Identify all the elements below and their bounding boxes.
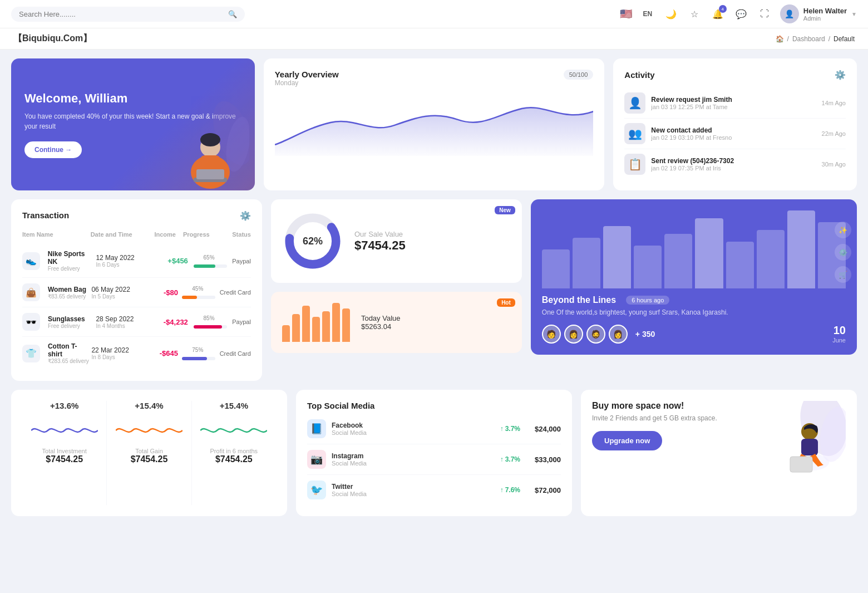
table-row: 👜 Women Bag ₹83.65 delivery 06 May 2022 …: [22, 278, 251, 307]
progress-cell: 85%: [188, 313, 232, 330]
bcol-7: [726, 242, 754, 288]
income-cell: -$645: [144, 349, 178, 357]
bookmark-icon[interactable]: ☆: [687, 6, 702, 22]
breadcrumb-default: Default: [834, 35, 855, 43]
list-item: 📷 Instagram Social Media ↑3.7% $33,000: [307, 444, 561, 475]
date-cell: 12 May 2022 In 6 Days: [96, 254, 151, 268]
upgrade-button[interactable]: Upgrade now: [592, 431, 662, 450]
table-row: 🕶️ Sunglasses Free delivery 28 Sep 2022 …: [22, 307, 251, 337]
activity-avatar: 📋: [624, 154, 645, 175]
svg-rect-7: [196, 169, 224, 179]
days-value: In 8 Days: [91, 354, 143, 360]
bar-6: [332, 303, 340, 342]
activity-text: Review request jim Smith jan 03 19 12:25…: [651, 96, 816, 110]
activity-card: Activity ⚙️ 👤 Review request jim Smith j…: [613, 58, 857, 190]
user-profile[interactable]: 👤 Helen Walter Admin ▼: [780, 4, 857, 23]
beyond-avatar-3: 🧔: [586, 325, 605, 344]
date-cell: 22 Mar 2022 In 8 Days: [91, 346, 143, 360]
social-type: Social Media: [332, 429, 495, 436]
col-status-header: Status: [217, 231, 251, 238]
messages-icon[interactable]: 💬: [733, 6, 749, 22]
social-amount: $33,000: [535, 455, 561, 464]
item-icon: 👟: [22, 252, 40, 270]
activity-time: 22m Ago: [822, 130, 846, 137]
stat-investment-label: Total Investment: [28, 448, 101, 454]
bcol-8: [757, 230, 785, 288]
yearly-chart: [275, 95, 594, 156]
today-bar-chart: [282, 303, 350, 342]
item-sub: Free delivery: [48, 323, 85, 329]
home-icon[interactable]: 🏠: [776, 35, 784, 43]
side-icons: ✨ ⚙️ 🛒: [835, 222, 851, 283]
today-value: $5263.04: [361, 322, 401, 331]
item-info: Sunglasses Free delivery: [48, 315, 85, 329]
col-date-header: Date and Time: [91, 231, 142, 238]
yearly-badge: 50/100: [564, 70, 594, 80]
activity-settings-icon[interactable]: ⚙️: [835, 70, 846, 80]
fullscreen-icon[interactable]: ⛶: [757, 6, 772, 22]
item-name: Sunglasses: [48, 315, 85, 323]
breadcrumb: 🏠 / Dashboard / Default: [776, 35, 855, 43]
bcol-3: [603, 226, 631, 288]
beyond-title: Beyond the Lines: [542, 295, 616, 305]
search-icon: 🔍: [228, 10, 237, 18]
continue-button[interactable]: Continue →: [24, 141, 82, 158]
notifications-icon[interactable]: 🔔 4: [710, 6, 726, 22]
side-icon-3[interactable]: 🛒: [835, 266, 851, 283]
col-item-header: Item Name: [22, 231, 91, 238]
social-amount: $24,000: [535, 425, 561, 433]
stat-gain-pct: +15.4%: [112, 401, 185, 410]
social-pct: ↑7.6%: [500, 486, 520, 494]
activity-name: New contact added: [651, 126, 816, 134]
stat-investment: +13.6% Total Investment $7454.25: [22, 401, 107, 505]
item-sub: Free delivery: [48, 266, 96, 272]
stat-profit-value: $7454.25: [198, 454, 270, 464]
item-name: Women Bag: [48, 286, 86, 293]
search-input[interactable]: [19, 10, 224, 18]
side-icon-2[interactable]: ⚙️: [835, 244, 851, 261]
social-type: Social Media: [332, 491, 495, 497]
stat-gain: +15.4% Total Gain $7454.25: [107, 401, 191, 505]
status-cell: Credit Card: [220, 350, 251, 357]
side-icon-1[interactable]: ✨: [835, 222, 851, 238]
bcol-4: [634, 246, 662, 288]
bcol-6: [695, 218, 723, 288]
col-progress-header: Progress: [176, 231, 217, 238]
bar-2: [292, 314, 300, 342]
social-icon: 📘: [307, 419, 326, 438]
buy-sub: Invite 2 Friends and get 5 GB extra spac…: [592, 414, 768, 422]
item-sub: ₹83.65 delivery: [48, 293, 86, 300]
beyond-bar-chart: [542, 210, 846, 288]
status-cell: Paypal: [232, 318, 251, 325]
days-value: In 5 Days: [91, 293, 143, 300]
activity-avatar: 👥: [624, 123, 645, 144]
activity-item: 📋 Sent review (504)236-7302 jan 02 19 07…: [624, 149, 846, 179]
income-cell: -$4,232: [151, 318, 188, 326]
dark-mode-toggle[interactable]: 🌙: [663, 6, 679, 22]
social-pct: ↑3.7%: [500, 455, 520, 463]
beyond-avatars: 🧑 👩 🧔 👩 + 350: [542, 325, 655, 344]
social-icon: 📷: [307, 450, 326, 469]
bar-5: [322, 311, 330, 342]
bcol-9: [787, 210, 815, 288]
sale-value-card: New 62% Our Sale Value $7454.25: [271, 199, 522, 283]
social-pct: ↑3.7%: [500, 425, 520, 433]
language-selector[interactable]: EN: [640, 6, 655, 22]
stat-profit-pct: +15.4%: [198, 401, 270, 410]
activity-sub: jan 02 19 07:35 PM at Iris: [651, 165, 816, 171]
transaction-settings-icon[interactable]: ⚙️: [240, 210, 251, 221]
social-type: Social Media: [332, 460, 495, 467]
status-cell: Paypal: [232, 258, 251, 264]
buy-illustration: [773, 401, 846, 475]
svg-rect-4: [200, 155, 220, 178]
buy-space-card: Buy more space now! Invite 2 Friends and…: [581, 390, 857, 516]
top-navigation: 🔍 🇺🇸 EN 🌙 ☆ 🔔 4 💬 ⛶ 👤 Helen Walter Admin…: [0, 0, 868, 28]
social-list: 📘 Facebook Social Media ↑3.7% $24,000 📷 …: [307, 414, 561, 505]
bcol-1: [542, 249, 570, 288]
search-bar[interactable]: 🔍: [11, 7, 245, 22]
user-role: Admin: [803, 15, 847, 22]
yearly-day: Monday: [275, 79, 339, 87]
gain-wave: [116, 419, 183, 442]
item-info: Cotton T-shirt ₹283.65 delivery: [48, 342, 92, 364]
breadcrumb-dashboard[interactable]: Dashboard: [792, 35, 825, 43]
